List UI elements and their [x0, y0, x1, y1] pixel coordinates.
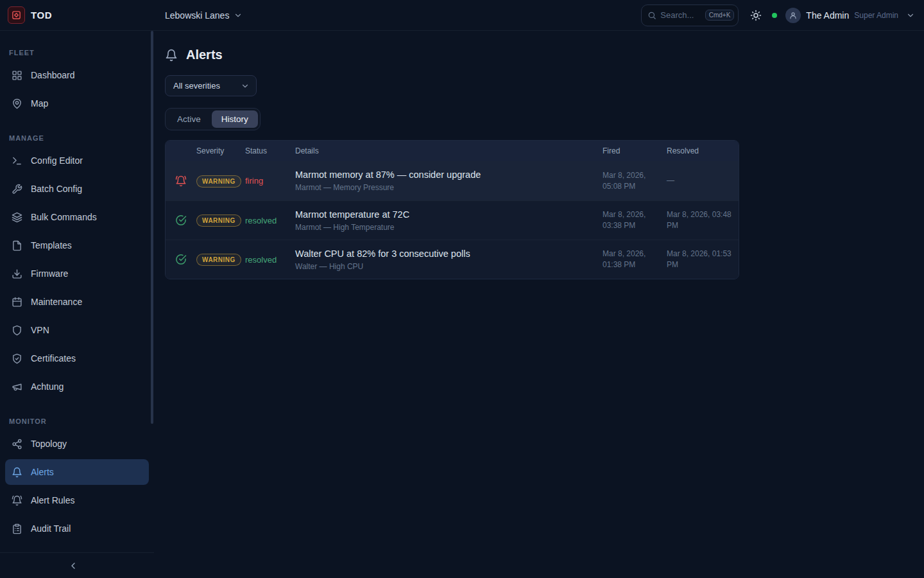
sidebar-item-audit-trail[interactable]: Audit Trail [5, 516, 149, 541]
search-box[interactable]: Cmd+K [641, 4, 739, 26]
sidebar-footer [0, 552, 154, 578]
table-header: Severity Status Details Fired Resolved [166, 141, 739, 161]
user-name: The Admin [806, 10, 849, 21]
sidebar-item-label: Certificates [31, 353, 76, 363]
theme-toggle-button[interactable] [750, 10, 762, 21]
alert-title: Marmot memory at 87% — consider upgrade [295, 170, 595, 180]
sidebar-item-dashboard[interactable]: Dashboard [5, 62, 149, 88]
sidebar-scrollbar[interactable] [151, 31, 153, 424]
sidebar-item-label: Batch Config [31, 184, 82, 194]
severity-filter-value: All severities [173, 81, 220, 91]
sidebar-item-batch-config[interactable]: Batch Config [5, 176, 149, 202]
sidebar-item-alert-rules[interactable]: Alert Rules [5, 487, 149, 513]
avatar [785, 8, 801, 23]
alert-subtitle: Marmot — High Temperature [295, 223, 595, 232]
megaphone-icon [12, 381, 22, 392]
chevron-down-icon [241, 82, 250, 91]
org-selector[interactable]: Lebowski Lanes [165, 10, 243, 21]
table-row[interactable]: WARNING resolved Marmot temperature at 7… [166, 200, 739, 240]
sidebar-item-topology[interactable]: Topology [5, 431, 149, 457]
sidebar-item-config-editor[interactable]: Config Editor [5, 148, 149, 173]
sidebar-item-label: Achtung [31, 381, 64, 392]
bell-icon [165, 49, 178, 62]
sidebar-item-label: Alert Rules [31, 495, 74, 505]
sidebar-item-label: Audit Trail [31, 523, 71, 534]
online-status-dot [772, 13, 777, 18]
sidebar-item-certificates[interactable]: Certificates [5, 346, 149, 371]
sidebar-item-map[interactable]: Map [5, 91, 149, 116]
sidebar-nav: FLEET Dashboard Map MANAGE Config Editor… [0, 31, 154, 552]
search-input[interactable] [660, 10, 701, 20]
bell-icon [12, 467, 22, 478]
shell: FLEET Dashboard Map MANAGE Config Editor… [0, 31, 924, 578]
app-name: TOD [31, 10, 52, 21]
org-selector-label: Lebowski Lanes [165, 10, 229, 21]
bell-ring-icon [12, 495, 22, 506]
sidebar-item-label: Alerts [31, 467, 54, 477]
alert-title: Marmot temperature at 72C [295, 209, 595, 220]
clipboard-icon [12, 523, 22, 534]
file-icon [12, 240, 22, 251]
alert-subtitle: Marmot — Memory Pressure [295, 183, 595, 192]
status-text: resolved [245, 255, 295, 265]
sidebar-item-bulk-commands[interactable]: Bulk Commands [5, 204, 149, 230]
page-title: Alerts [186, 48, 223, 62]
tab-active[interactable]: Active [167, 110, 210, 128]
app-logo-icon [8, 6, 25, 24]
sun-icon [750, 10, 762, 21]
sidebar-item-label: Maintenance [31, 297, 82, 307]
sidebar-item-maintenance[interactable]: Maintenance [5, 289, 149, 315]
status-text: resolved [245, 216, 295, 225]
table-row[interactable]: WARNING resolved Walter CPU at 82% for 3… [166, 240, 739, 279]
resolved-time: — [667, 175, 739, 186]
chevron-down-icon [234, 11, 243, 20]
fired-time: Mar 8, 2026, 05:08 PM [603, 170, 667, 192]
sidebar-section-monitor: MONITOR [0, 402, 154, 431]
sidebar-item-label: Firmware [31, 268, 68, 279]
sidebar: FLEET Dashboard Map MANAGE Config Editor… [0, 31, 154, 578]
alert-title: Walter CPU at 82% for 3 consecutive poll… [295, 249, 595, 259]
map-pin-icon [12, 98, 22, 109]
sidebar-item-alerts[interactable]: Alerts [5, 459, 149, 485]
topbar: TOD Lebowski Lanes Cmd+K The Admin Super… [0, 0, 924, 31]
sidebar-item-vpn[interactable]: VPN [5, 317, 149, 343]
sidebar-section-fleet: FLEET [0, 33, 154, 62]
chevron-left-icon [68, 561, 78, 571]
sidebar-item-templates[interactable]: Templates [5, 232, 149, 258]
sidebar-item-label: Map [31, 98, 48, 109]
sidebar-collapse-button[interactable] [68, 561, 78, 571]
user-menu[interactable]: The Admin Super Admin [785, 8, 915, 23]
severity-badge: WARNING [196, 254, 241, 266]
calendar-icon [12, 297, 22, 308]
resolved-time: Mar 8, 2026, 01:53 PM [667, 249, 739, 270]
sidebar-item-label: Dashboard [31, 70, 75, 80]
check-circle-icon [175, 215, 187, 226]
grid-icon [12, 70, 22, 81]
severity-filter-select[interactable]: All severities [165, 75, 257, 96]
status-text: firing [245, 176, 295, 186]
tab-history[interactable]: History [212, 110, 258, 128]
table-row[interactable]: WARNING firing Marmot memory at 87% — co… [166, 161, 739, 200]
main-content: Alerts All severities Active History Sev… [154, 31, 924, 578]
sidebar-item-transparency[interactable]: Transparency [5, 544, 149, 552]
alerts-table: Severity Status Details Fired Resolved W… [165, 140, 739, 279]
sidebar-item-firmware[interactable]: Firmware [5, 261, 149, 286]
sidebar-item-label: Templates [31, 240, 72, 250]
layers-icon [12, 212, 22, 223]
sidebar-item-label: Topology [31, 439, 67, 449]
column-header-fired: Fired [603, 146, 667, 157]
shield-icon [12, 325, 22, 336]
shield-check-icon [12, 353, 22, 364]
sidebar-item-label: Config Editor [31, 155, 83, 166]
sidebar-section-manage: MANAGE [0, 119, 154, 148]
user-role: Super Admin [854, 11, 898, 20]
alerts-tabs: Active History [165, 108, 261, 130]
search-icon [647, 11, 656, 20]
column-header-resolved: Resolved [667, 146, 739, 157]
check-circle-icon [175, 254, 187, 265]
column-header-details: Details [295, 146, 603, 155]
fired-time: Mar 8, 2026, 03:38 PM [603, 209, 667, 231]
sidebar-item-label: VPN [31, 325, 49, 335]
resolved-time: Mar 8, 2026, 03:48 PM [667, 209, 739, 231]
sidebar-item-achtung[interactable]: Achtung [5, 374, 149, 399]
